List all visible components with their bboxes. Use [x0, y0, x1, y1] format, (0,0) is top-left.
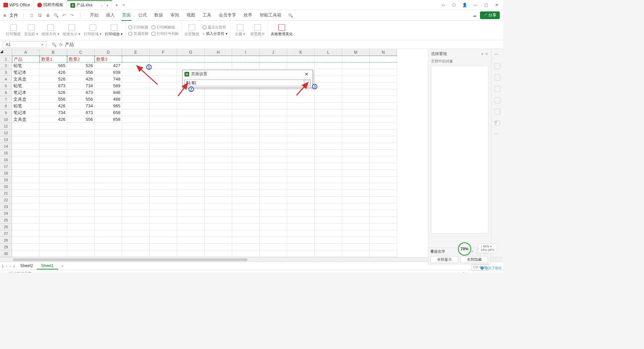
cell[interactable]: [287, 223, 315, 230]
cell[interactable]: 873: [67, 89, 95, 96]
cell[interactable]: [150, 230, 177, 237]
col-header[interactable]: M: [342, 49, 370, 56]
col-header[interactable]: B: [40, 49, 67, 56]
cell[interactable]: [95, 223, 122, 230]
cell[interactable]: [342, 177, 370, 183]
zoom-in-button[interactable]: +: [479, 272, 481, 273]
size-button[interactable]: 纸张大小 ▾: [63, 24, 80, 37]
cell[interactable]: [370, 109, 397, 116]
cell[interactable]: [315, 62, 342, 69]
cell[interactable]: [342, 103, 370, 109]
cell[interactable]: [342, 156, 370, 163]
cell[interactable]: [260, 123, 287, 130]
menu-tab-9[interactable]: 效率: [243, 10, 253, 21]
cell[interactable]: [150, 217, 177, 223]
cell[interactable]: [150, 190, 177, 197]
cell[interactable]: [287, 163, 315, 170]
cell[interactable]: [122, 103, 150, 109]
cell[interactable]: [260, 223, 287, 230]
dialog-range-input[interactable]: [184, 80, 304, 86]
cell[interactable]: [177, 163, 205, 170]
cell[interactable]: [205, 103, 232, 109]
sheet-nav[interactable]: |‹‹››|: [2, 264, 15, 268]
cell[interactable]: [260, 217, 287, 223]
cell[interactable]: [150, 103, 177, 109]
cell[interactable]: [150, 69, 177, 76]
row-header[interactable]: 11: [0, 123, 12, 130]
cell[interactable]: [260, 163, 287, 170]
cell[interactable]: [40, 156, 67, 163]
cell[interactable]: [342, 96, 370, 103]
cell[interactable]: [150, 156, 177, 163]
analysis-icon[interactable]: [494, 97, 500, 103]
cell[interactable]: [150, 109, 177, 116]
cell[interactable]: [342, 62, 370, 69]
cell[interactable]: [260, 96, 287, 103]
cell[interactable]: [260, 210, 287, 217]
cell[interactable]: [370, 190, 397, 197]
cell[interactable]: [370, 130, 397, 136]
col-header[interactable]: L: [315, 49, 342, 56]
cell[interactable]: [12, 170, 40, 177]
preview-icon[interactable]: 🔍: [53, 13, 59, 18]
pane-object-list[interactable]: [431, 66, 488, 234]
row-header[interactable]: 3: [0, 69, 12, 76]
cell[interactable]: [67, 143, 95, 150]
row-col-label-check[interactable]: 打印行号列标: [152, 31, 179, 36]
cell[interactable]: [40, 150, 67, 156]
cell[interactable]: [122, 150, 150, 156]
cell[interactable]: 848: [95, 89, 122, 96]
cell[interactable]: [150, 237, 177, 244]
show-pagebreak-check[interactable]: 显示分页符: [203, 25, 228, 30]
cell[interactable]: [370, 143, 397, 150]
cell[interactable]: [205, 150, 232, 156]
cell[interactable]: 笔记本: [12, 109, 40, 116]
cell[interactable]: [370, 250, 397, 257]
cell[interactable]: [67, 190, 95, 197]
cell[interactable]: [370, 103, 397, 109]
cell[interactable]: [95, 130, 122, 136]
cell[interactable]: [177, 183, 205, 190]
tab-wps[interactable]: WPS Office: [0, 0, 34, 10]
cell[interactable]: [342, 230, 370, 237]
cell[interactable]: [287, 237, 315, 244]
cell[interactable]: [177, 130, 205, 136]
search-icon[interactable]: 🔍: [288, 13, 293, 18]
menu-tab-0[interactable]: 开始: [89, 10, 99, 21]
dialog-collapse-button[interactable]: ▾: [304, 80, 311, 86]
cell[interactable]: [12, 190, 40, 197]
cell[interactable]: [315, 150, 342, 156]
cell[interactable]: [287, 190, 315, 197]
cell[interactable]: [260, 203, 287, 210]
cell[interactable]: [287, 103, 315, 109]
cell[interactable]: [232, 250, 260, 257]
cell[interactable]: [370, 96, 397, 103]
more-icon[interactable]: ⋯: [494, 132, 500, 138]
cell[interactable]: [177, 136, 205, 143]
cell[interactable]: [12, 183, 40, 190]
cell[interactable]: [315, 83, 342, 89]
cell[interactable]: [260, 103, 287, 109]
cell[interactable]: [150, 197, 177, 203]
cell[interactable]: [232, 244, 260, 250]
cell[interactable]: [232, 217, 260, 223]
cell[interactable]: 526: [40, 89, 67, 96]
cell[interactable]: [370, 116, 397, 123]
cell[interactable]: [260, 136, 287, 143]
cell[interactable]: [12, 163, 40, 170]
cell[interactable]: [232, 109, 260, 116]
cell[interactable]: [287, 123, 315, 130]
cell[interactable]: [232, 130, 260, 136]
cell[interactable]: [67, 130, 95, 136]
cell[interactable]: 426: [40, 69, 67, 76]
dialog-close-button[interactable]: ✕: [303, 71, 311, 77]
cell[interactable]: [260, 244, 287, 250]
fx-icon[interactable]: fx: [59, 42, 62, 47]
cell[interactable]: [260, 156, 287, 163]
menu-tab-4[interactable]: 数据: [154, 10, 164, 21]
cell[interactable]: 笔记本: [12, 89, 40, 96]
focus-icon[interactable]: ⊕: [411, 271, 414, 272]
view-break-icon[interactable]: ⊞: [430, 271, 433, 272]
row-header[interactable]: 23: [0, 203, 12, 210]
row-header[interactable]: 22: [0, 197, 12, 203]
